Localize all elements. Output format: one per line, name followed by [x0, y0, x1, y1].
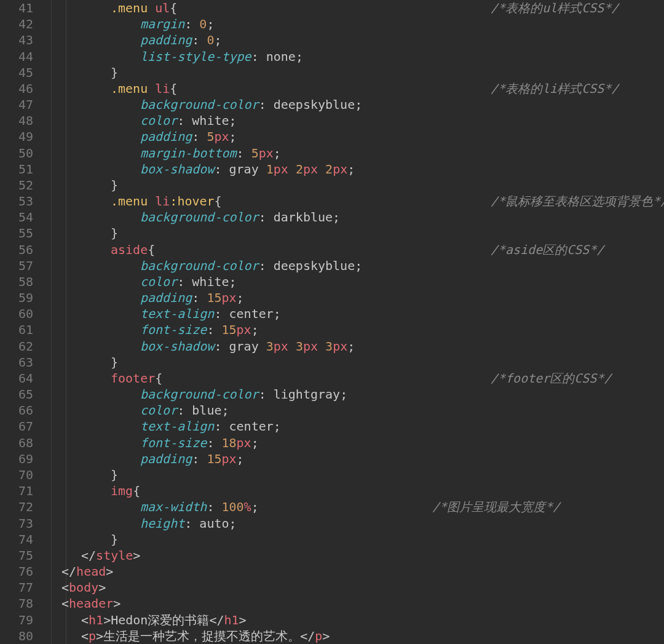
code-line[interactable]: .menu ul{/*表格的ul样式CSS*/ [42, 0, 664, 16]
line-number: 42 [0, 16, 33, 32]
token-angle: > [113, 596, 121, 611]
line-number: 69 [0, 451, 33, 467]
code-line[interactable]: padding: 0; [42, 32, 664, 48]
code-line[interactable]: text-align: center; [42, 418, 664, 434]
code-line[interactable]: padding: 15px; [42, 451, 664, 467]
token-angle: > [106, 564, 113, 579]
code-line[interactable]: <p>生活是一种艺术，捉摸不透的艺术。</p> [42, 628, 664, 644]
token-brace: { [155, 371, 162, 386]
token-prop: text-align [140, 419, 214, 434]
code-line[interactable]: } [42, 177, 664, 193]
line-number: 52 [0, 177, 33, 193]
code-line[interactable]: font-size: 15px; [42, 322, 664, 338]
code-line[interactable]: background-color: lightgray; [42, 386, 664, 402]
line-number: 62 [0, 338, 33, 354]
token-angle: > [239, 613, 247, 627]
token-cls: .menu [111, 194, 155, 209]
token-pun: ; [347, 162, 355, 177]
code-editor[interactable]: 4142434445464748495051525354555657585960… [0, 0, 664, 644]
token-num: 3 [296, 339, 303, 354]
line-number: 73 [0, 515, 33, 531]
token-num: 3 [266, 339, 274, 354]
code-line[interactable]: margin: 0; [42, 16, 664, 32]
token-unit: px [333, 162, 347, 177]
token-prop: background-color [140, 258, 259, 273]
code-line[interactable]: color: white; [42, 113, 664, 129]
code-comment: /*表格的ul样式CSS*/ [491, 0, 619, 16]
line-number: 66 [0, 402, 33, 418]
code-line[interactable]: height: auto; [42, 515, 664, 531]
code-line[interactable]: footer{/*footer区的CSS*/ [42, 370, 664, 386]
token-val: none [266, 49, 296, 64]
token-txt: Hedon深爱的书籍 [111, 613, 209, 627]
token-num: 100 [221, 499, 243, 514]
token-pun: : [192, 451, 207, 466]
code-line[interactable]: max-width: 100%;/*图片呈现最大宽度*/ [42, 499, 664, 515]
code-line[interactable]: list-style-type: none; [42, 49, 664, 65]
token-pun: ; [251, 499, 259, 514]
token-tag: header [69, 596, 113, 611]
line-number: 68 [0, 435, 33, 451]
code-line[interactable]: color: blue; [42, 402, 664, 418]
token-brace: { [170, 81, 177, 96]
token-angle: </ [300, 629, 315, 643]
token-prop: max-width [140, 499, 207, 514]
token-val: auto [199, 516, 229, 531]
code-line[interactable]: </head> [42, 563, 664, 579]
line-number: 58 [0, 274, 33, 290]
code-area[interactable]: .menu ul{/*表格的ul样式CSS*/margin: 0;padding… [42, 0, 664, 644]
line-number: 44 [0, 49, 33, 65]
token-pun: ; [296, 49, 303, 64]
line-number: 64 [0, 370, 33, 386]
token-pun: ; [355, 258, 362, 273]
token-pun: : [259, 97, 274, 112]
token-num: 5 [251, 146, 259, 161]
code-line[interactable]: } [42, 225, 664, 241]
token-pun: : [214, 162, 229, 177]
token-tagc: img [111, 483, 133, 498]
code-line[interactable]: font-size: 18px; [42, 435, 664, 451]
token-pun: ; [274, 306, 281, 321]
line-number: 77 [0, 579, 33, 595]
code-line[interactable]: } [42, 531, 664, 547]
token-num: 0 [207, 33, 214, 47]
code-line[interactable]: box-shadow: gray 1px 2px 2px; [42, 161, 664, 177]
code-line[interactable]: } [42, 354, 664, 370]
code-line[interactable]: </style> [42, 547, 664, 563]
code-line[interactable]: <body> [42, 579, 664, 595]
code-line[interactable]: color: white; [42, 274, 664, 290]
line-number: 63 [0, 354, 33, 370]
code-line[interactable]: } [42, 467, 664, 483]
line-number: 61 [0, 322, 33, 338]
code-line[interactable]: background-color: deepskyblue; [42, 97, 664, 113]
token-pun: : [192, 129, 207, 144]
code-line[interactable]: img{ [42, 483, 664, 499]
token-unit: px [303, 339, 325, 354]
token-pun: : [177, 113, 192, 128]
code-line[interactable]: box-shadow: gray 3px 3px 3px; [42, 338, 664, 354]
token-pun: : [192, 290, 207, 305]
token-prop: color [140, 274, 177, 289]
line-number: 65 [0, 386, 33, 402]
line-number: 60 [0, 306, 33, 322]
token-tagc: ul [155, 1, 170, 15]
code-line[interactable]: aside{/*aside区的CSS*/ [42, 242, 664, 258]
code-line[interactable]: .menu li{/*表格的li样式CSS*/ [42, 81, 664, 97]
token-pun: : [177, 403, 192, 418]
code-line[interactable]: text-align: center; [42, 306, 664, 322]
code-line[interactable]: <h1>Hedon深爱的书籍</h1> [42, 612, 664, 628]
token-val: deepskyblue [274, 258, 355, 273]
code-line[interactable]: padding: 15px; [42, 290, 664, 306]
code-line[interactable]: padding: 5px; [42, 129, 664, 145]
token-prop: margin-bottom [140, 146, 237, 161]
code-line[interactable]: margin-bottom: 5px; [42, 145, 664, 161]
token-pun: ; [274, 146, 281, 161]
token-unit: px [274, 162, 296, 177]
token-angle: < [61, 580, 69, 595]
code-line[interactable]: background-color: deepskyblue; [42, 258, 664, 274]
code-line[interactable]: background-color: darkblue; [42, 209, 664, 225]
code-line[interactable]: <header> [42, 595, 664, 611]
code-line[interactable]: .menu li:hover{/*鼠标移至表格区选项背景色*/ [42, 193, 664, 209]
token-pun: ; [237, 451, 244, 466]
code-line[interactable]: } [42, 65, 664, 81]
